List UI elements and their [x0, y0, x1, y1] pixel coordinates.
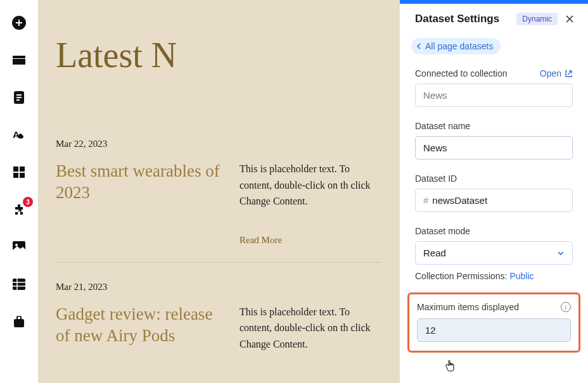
chevron-down-icon: [557, 251, 565, 256]
theme-icon[interactable]: A: [11, 127, 27, 142]
name-label: Dataset name: [415, 121, 573, 131]
svg-rect-18: [14, 319, 24, 327]
breadcrumb: All page datasets: [411, 38, 577, 54]
open-collection-link[interactable]: Open: [540, 68, 573, 78]
article-title: Best smart wearables of 2023: [56, 161, 220, 246]
breadcrumb-link[interactable]: All page datasets: [411, 38, 501, 54]
layers-icon[interactable]: [11, 53, 27, 68]
breadcrumb-text: All page datasets: [425, 41, 493, 51]
connected-label: Connected to collection: [415, 68, 508, 78]
table-icon[interactable]: [11, 277, 27, 292]
add-button[interactable]: [11, 15, 27, 30]
panel-header: Dataset Settings Dynamic: [400, 4, 588, 34]
media-icon[interactable]: [11, 239, 27, 254]
badge-count: 3: [23, 197, 33, 207]
perm-label: Collection Permissions:: [415, 271, 509, 281]
apps-icon[interactable]: [11, 165, 27, 180]
article-body: This is placeholder text. To content, do…: [240, 304, 381, 353]
pages-icon[interactable]: [11, 90, 27, 105]
svg-rect-2: [13, 59, 25, 65]
article-item: Mar 22, 2023 Best smart wearables of 202…: [56, 120, 381, 263]
store-icon[interactable]: [11, 314, 27, 329]
field-mode: Dataset mode Read Collection Permissions…: [415, 226, 573, 281]
svg-rect-8: [13, 166, 18, 172]
id-label: Dataset ID: [415, 173, 573, 184]
editor-canvas: Latest N Mar 22, 2023 Best smart wearabl…: [38, 0, 399, 383]
svg-rect-4: [16, 94, 22, 96]
open-label: Open: [540, 68, 561, 78]
field-connected: Connected to collection Open News: [415, 68, 573, 107]
max-label: Maximum items displayed: [417, 302, 519, 312]
id-input[interactable]: #newsDataset: [415, 189, 573, 212]
article-date: Mar 21, 2023: [56, 282, 381, 292]
read-more-link[interactable]: Read More: [240, 235, 381, 246]
hash-prefix: #: [423, 195, 428, 206]
plugins-icon[interactable]: 3: [11, 202, 27, 217]
svg-point-13: [15, 244, 18, 246]
svg-rect-14: [13, 279, 25, 290]
external-link-icon: [565, 70, 573, 78]
mode-select[interactable]: Read: [415, 241, 573, 265]
svg-rect-11: [20, 173, 25, 178]
info-icon[interactable]: i: [561, 302, 571, 312]
svg-rect-6: [16, 99, 20, 101]
svg-rect-10: [13, 173, 18, 178]
id-value: newsDataset: [432, 195, 487, 206]
panel-title: Dataset Settings: [415, 13, 510, 25]
svg-rect-9: [20, 166, 25, 172]
mode-value: Read: [423, 248, 446, 258]
close-icon: [565, 15, 574, 23]
perm-link[interactable]: Public: [509, 271, 534, 281]
article-item: Mar 21, 2023 Gadget review: release of n…: [56, 263, 381, 369]
max-items-highlight: Maximum items displayed i: [407, 292, 580, 353]
name-input[interactable]: [415, 136, 573, 160]
svg-text:A: A: [13, 129, 20, 140]
max-items-input[interactable]: [417, 318, 571, 342]
article-title: Gadget review: release of new Airy Pods: [56, 304, 220, 353]
svg-rect-1: [13, 56, 25, 58]
svg-rect-5: [16, 97, 22, 98]
article-date: Mar 22, 2023: [56, 139, 381, 149]
article-body: This is placeholder text. To content, do…: [240, 161, 381, 210]
collection-input[interactable]: News: [415, 84, 573, 107]
permissions-row: Collection Permissions: Public: [415, 271, 573, 281]
close-button[interactable]: [564, 13, 575, 25]
panel-body: Connected to collection Open News Datase…: [400, 57, 588, 281]
dynamic-pill: Dynamic: [516, 13, 558, 25]
left-toolbar: A 3: [0, 0, 38, 383]
page-heading: Latest N: [56, 35, 381, 75]
settings-panel: Dataset Settings Dynamic All page datase…: [399, 0, 588, 383]
field-id: Dataset ID #newsDataset: [415, 173, 573, 212]
mode-label: Dataset mode: [415, 226, 573, 236]
field-name: Dataset name: [415, 121, 573, 160]
chevron-left-icon: [416, 42, 421, 50]
